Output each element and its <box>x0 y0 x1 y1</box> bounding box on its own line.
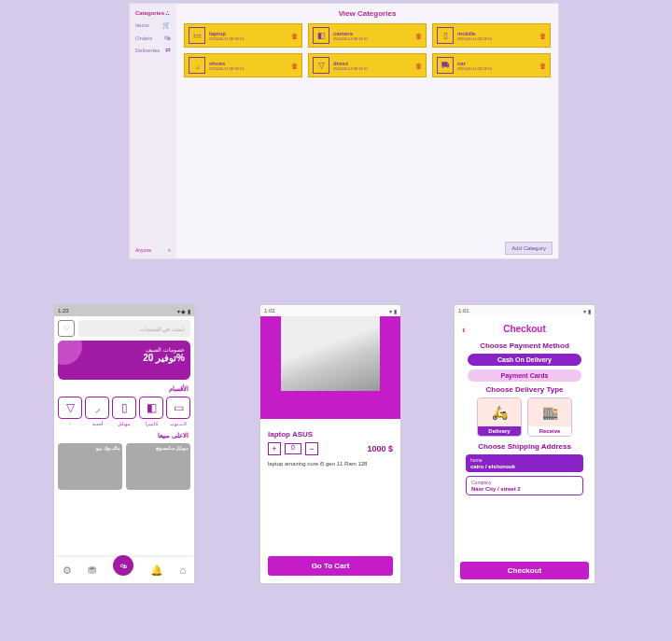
admin-nav: Categories⛬ Items🛒 Orders🛍 Deliveries⇄ <box>133 7 174 244</box>
checkout-button[interactable]: Checkout <box>460 562 589 579</box>
cat-shoes[interactable]: ◞أحذية <box>85 397 109 426</box>
admin-user[interactable]: Anyone⎋ <box>133 244 174 256</box>
admin-main: View Categories ▭laptop2024-06-11 00:13:… <box>176 4 558 258</box>
checkout-title: ‹Checkout <box>460 320 589 338</box>
product-image <box>281 316 380 391</box>
nav-categories[interactable]: Categories⛬ <box>133 7 174 19</box>
delivery-icon: 🛵 <box>478 398 521 426</box>
bell-icon[interactable]: 🔔 <box>150 564 163 577</box>
cart-icon: 🛒 <box>162 21 171 29</box>
cat-camera[interactable]: ◧كاميرا <box>139 397 163 426</box>
logout-icon: ⎋ <box>168 247 171 253</box>
statusbar: 1:02▾ ▮ <box>260 305 400 316</box>
mobile-icon: ▯ <box>437 27 454 44</box>
qty-minus[interactable]: − <box>305 442 318 455</box>
product-name: laptop ASUS <box>268 430 393 439</box>
qty-value: 0 <box>285 443 301 454</box>
camera-icon: ◧ <box>313 27 329 44</box>
pay-cards[interactable]: Payment Cards <box>468 369 581 382</box>
admin-panel: Categories⛬ Items🛒 Orders🛍 Deliveries⇄ A… <box>129 3 559 259</box>
dress-icon: ▽ <box>58 397 82 419</box>
delete-icon[interactable]: 🗑 <box>291 33 298 39</box>
category-grid: ▭laptop2024-06-11 00:13:51🗑 ◧camera2024-… <box>184 23 551 77</box>
qty-stepper: + 0 − <box>268 442 318 455</box>
receive-option[interactable]: 🏬Receive <box>527 397 572 437</box>
statusbar: 1:01▾ ▮ <box>455 305 595 316</box>
admin-sidebar: Categories⛬ Items🛒 Orders🛍 Deliveries⇄ A… <box>130 4 176 258</box>
favorites-button[interactable]: ♡ <box>58 320 75 337</box>
shoe-icon: ◞ <box>189 57 205 74</box>
product-price: 1000 $ <box>367 444 393 453</box>
people-icon: ⛬ <box>164 9 171 16</box>
product-desc: laptop amazing core i5 gen 11 Ram 128 <box>268 461 393 467</box>
delete-icon[interactable]: 🗑 <box>415 33 422 39</box>
delete-icon[interactable]: 🗑 <box>539 33 546 39</box>
pay-cod[interactable]: Cash On Delivery <box>468 354 581 366</box>
delete-icon[interactable]: 🗑 <box>415 63 422 69</box>
payment-heading: Choose Payment Method <box>460 341 589 350</box>
laptop-icon: ▭ <box>166 397 190 419</box>
store-phone: 1:23▾ ◆ ▮ ♡ ابحث في المنتجات خصومات الصي… <box>53 304 195 584</box>
truck-icon: ⇄ <box>165 47 171 54</box>
delete-icon[interactable]: 🗑 <box>539 63 546 69</box>
address-home[interactable]: homecairo / elshorouk <box>466 454 583 472</box>
cart-fab[interactable]: 🛍 <box>113 555 133 576</box>
product-card[interactable]: ماك بوك برو <box>58 443 122 490</box>
product-hero <box>260 316 400 419</box>
go-to-cart-button[interactable]: Go To Cart <box>268 556 393 576</box>
cat-mobile[interactable]: ▯موبايل <box>112 397 136 426</box>
section-top: الاعلى مبيعا <box>54 432 194 443</box>
category-card[interactable]: ◧camera2024-06-11 00:13:51🗑 <box>308 23 427 48</box>
bag-icon: 🛍 <box>164 35 171 41</box>
add-category-button[interactable]: Add Category <box>505 242 553 255</box>
search-input[interactable]: ابحث في المنتجات <box>78 320 190 337</box>
nav-orders[interactable]: Orders🛍 <box>133 32 174 44</box>
car-icon: ⛟ <box>437 57 454 74</box>
section-categories: الأقسام <box>54 385 194 397</box>
delete-icon[interactable]: 🗑 <box>291 63 298 69</box>
nav-deliveries[interactable]: Deliveries⇄ <box>133 44 174 57</box>
statusbar: 1:23▾ ◆ ▮ <box>54 305 194 316</box>
dress-icon: ▽ <box>313 57 329 74</box>
qty-plus[interactable]: + <box>268 442 281 455</box>
category-card[interactable]: ▯mobile2024-06-11 00:13:51🗑 <box>432 23 551 48</box>
shoe-icon: ◞ <box>85 397 109 419</box>
address-company[interactable]: CompanyNasr City / street 2 <box>466 476 583 495</box>
category-card[interactable]: ⛟car2024-06-11 00:13:51🗑 <box>432 53 551 77</box>
mobile-icon: ▯ <box>112 397 136 419</box>
home-icon[interactable]: ⌂ <box>179 564 186 576</box>
checkout-phone: 1:01▾ ▮ ‹Checkout Choose Payment Method … <box>454 304 595 584</box>
category-row: ▽- ◞أحذية ▯موبايل ◧كاميرا ▭لاب توب <box>54 397 194 432</box>
store-icon: 🏬 <box>528 398 571 426</box>
category-card[interactable]: ▭laptop2024-06-11 00:13:51🗑 <box>184 23 302 48</box>
admin-title: View Categories <box>184 9 551 18</box>
offers-icon[interactable]: ⛃ <box>88 564 96 577</box>
product-row: ماك بوك برو موبايل سامسونج <box>54 443 194 490</box>
delivery-option[interactable]: 🛵Delivery <box>477 397 522 437</box>
detail-phone: 1:02▾ ▮ laptop ASUS + 0 − 1000 $ laptop … <box>259 304 401 584</box>
cat-dress[interactable]: ▽- <box>58 397 82 426</box>
address-heading: Choose Shipping Address <box>460 442 589 451</box>
bottom-nav: ⚙ ⛃ 🛍 🔔 ⌂ <box>54 557 194 583</box>
product-card[interactable]: موبايل سامسونج <box>126 443 190 490</box>
delivery-heading: Choose Delivery Type <box>460 385 589 394</box>
cat-laptop[interactable]: ▭لاب توب <box>166 397 190 426</box>
nav-items[interactable]: Items🛒 <box>133 19 174 32</box>
promo-banner[interactable]: خصومات الصيف توفير 20% <box>58 341 190 380</box>
settings-icon[interactable]: ⚙ <box>63 564 72 577</box>
category-card[interactable]: ▽dress2024-06-11 00:13:51🗑 <box>308 53 427 77</box>
back-icon[interactable]: ‹ <box>462 324 466 335</box>
category-card[interactable]: ◞shoes2024-06-11 00:13:51🗑 <box>184 53 302 77</box>
camera-icon: ◧ <box>139 397 163 419</box>
laptop-icon: ▭ <box>189 27 205 44</box>
